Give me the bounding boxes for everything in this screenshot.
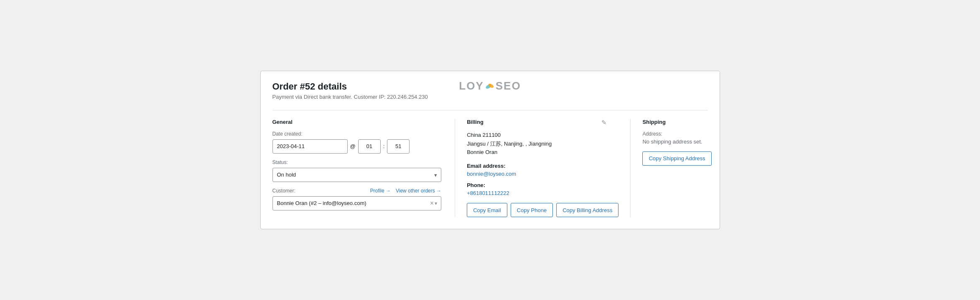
edit-billing-icon[interactable]: ✎ bbox=[601, 119, 607, 126]
logo-text-left: LOY bbox=[459, 79, 484, 92]
status-select[interactable]: Pending payment Processing On hold Compl… bbox=[272, 168, 442, 182]
email-label: Email address: bbox=[467, 163, 619, 169]
shipping-address-value: No shipping address set. bbox=[642, 138, 718, 145]
customer-links: Profile → View other orders → bbox=[370, 188, 442, 194]
shipping-address-label: Address: bbox=[642, 131, 718, 137]
date-row: @ : bbox=[272, 139, 442, 154]
copy-billing-button[interactable]: Copy Billing Address bbox=[556, 203, 619, 217]
customer-field-row: Customer: Profile → View other orders → … bbox=[272, 188, 442, 210]
status-field-row: Status: Pending payment Processing On ho… bbox=[272, 159, 442, 182]
at-symbol: @ bbox=[350, 143, 356, 149]
sections-wrapper: General Date created: @ : Status: Pendin… bbox=[272, 110, 708, 217]
clear-customer-icon[interactable]: × ▾ bbox=[430, 200, 437, 207]
date-input[interactable] bbox=[272, 139, 348, 154]
email-link[interactable]: bonnie@loyseo.com bbox=[467, 171, 516, 177]
billing-address: China 211100 Jiangsu / 江苏, Nanjing, , Ji… bbox=[467, 131, 619, 157]
section-billing: Billing ✎ China 211100 Jiangsu / 江苏, Nan… bbox=[455, 119, 631, 217]
section-shipping: Shipping Address: No shipping address se… bbox=[631, 119, 718, 217]
billing-actions: Copy Email Copy Phone Copy Billing Addre… bbox=[467, 203, 619, 217]
colon-separator: : bbox=[383, 143, 385, 149]
billing-address-line-3: Bonnie Oran bbox=[467, 148, 619, 157]
date-label: Date created: bbox=[272, 131, 442, 137]
section-general: General Date created: @ : Status: Pendin… bbox=[272, 119, 456, 217]
profile-link[interactable]: Profile → bbox=[370, 188, 391, 194]
logo-area: LOY SEO bbox=[459, 79, 521, 92]
billing-phone-row: Phone: +8618011112222 bbox=[467, 182, 619, 196]
billing-address-line-1: China 211100 bbox=[467, 131, 619, 140]
customer-input[interactable] bbox=[272, 196, 442, 210]
copy-phone-button[interactable]: Copy Phone bbox=[511, 203, 553, 217]
status-select-wrapper: Pending payment Processing On hold Compl… bbox=[272, 168, 442, 182]
general-section-title: General bbox=[272, 119, 442, 125]
phone-link[interactable]: +8618011112222 bbox=[467, 190, 509, 196]
billing-section-title: Billing bbox=[467, 119, 619, 125]
copy-shipping-button[interactable]: Copy Shipping Address bbox=[642, 151, 711, 166]
billing-address-line-2: Jiangsu / 江苏, Nanjing, , Jiangning bbox=[467, 140, 619, 149]
billing-email-row: Email address: bonnie@loyseo.com bbox=[467, 163, 619, 177]
logo: LOY SEO bbox=[459, 79, 521, 92]
copy-email-button[interactable]: Copy Email bbox=[467, 203, 507, 217]
hour-input[interactable] bbox=[358, 139, 381, 154]
customer-input-wrapper: × ▾ bbox=[272, 196, 442, 210]
email-value: bonnie@loyseo.com bbox=[467, 171, 619, 177]
shipping-section-title: Shipping bbox=[642, 119, 718, 125]
order-subtitle: Payment via Direct bank transfer. Custom… bbox=[272, 94, 708, 100]
date-field-row: Date created: @ : bbox=[272, 131, 442, 154]
minute-input[interactable] bbox=[387, 139, 410, 154]
customer-label: Customer: bbox=[272, 188, 295, 194]
view-orders-link[interactable]: View other orders → bbox=[396, 188, 441, 194]
phone-value: +8618011112222 bbox=[467, 190, 619, 196]
logo-icon bbox=[484, 80, 496, 92]
status-label: Status: bbox=[272, 159, 442, 165]
logo-text-right: SEO bbox=[496, 79, 521, 92]
order-card: LOY SEO Order #52 details Payment via Di… bbox=[260, 71, 720, 229]
billing-header-wrapper: Billing ✎ bbox=[467, 119, 619, 125]
phone-label: Phone: bbox=[467, 182, 619, 188]
